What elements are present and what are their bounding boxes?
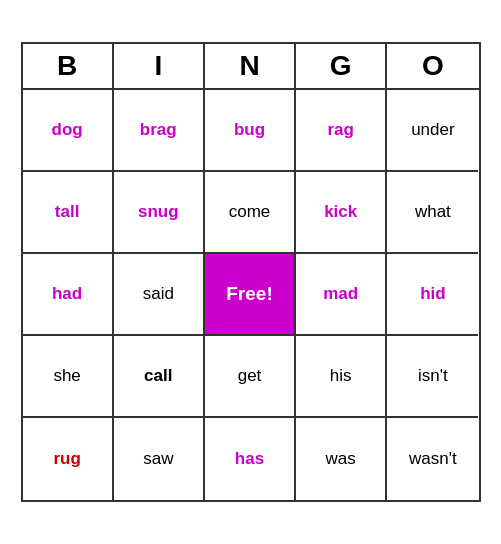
bingo-cell-23: was [296, 418, 387, 500]
bingo-cell-17: get [205, 336, 296, 418]
header-letter-i: I [114, 44, 205, 88]
bingo-cell-9: what [387, 172, 478, 254]
bingo-grid: dogbragbugragundertallsnugcomekickwhatha… [23, 90, 479, 500]
bingo-cell-3: rag [296, 90, 387, 172]
bingo-cell-10: had [23, 254, 114, 336]
bingo-cell-20: rug [23, 418, 114, 500]
bingo-header: BINGO [23, 44, 479, 90]
header-letter-o: O [387, 44, 478, 88]
bingo-cell-0: dog [23, 90, 114, 172]
bingo-cell-14: hid [387, 254, 478, 336]
bingo-card: BINGO dogbragbugragundertallsnugcomekick… [21, 42, 481, 502]
bingo-cell-1: brag [114, 90, 205, 172]
bingo-cell-5: tall [23, 172, 114, 254]
bingo-cell-13: mad [296, 254, 387, 336]
bingo-cell-2: bug [205, 90, 296, 172]
bingo-cell-7: come [205, 172, 296, 254]
bingo-cell-12: Free! [205, 254, 296, 336]
bingo-cell-19: isn't [387, 336, 478, 418]
bingo-cell-15: she [23, 336, 114, 418]
bingo-cell-4: under [387, 90, 478, 172]
bingo-cell-16: call [114, 336, 205, 418]
bingo-cell-8: kick [296, 172, 387, 254]
bingo-cell-6: snug [114, 172, 205, 254]
bingo-cell-21: saw [114, 418, 205, 500]
header-letter-b: B [23, 44, 114, 88]
bingo-cell-24: wasn't [387, 418, 478, 500]
bingo-cell-18: his [296, 336, 387, 418]
bingo-cell-11: said [114, 254, 205, 336]
header-letter-g: G [296, 44, 387, 88]
header-letter-n: N [205, 44, 296, 88]
bingo-cell-22: has [205, 418, 296, 500]
